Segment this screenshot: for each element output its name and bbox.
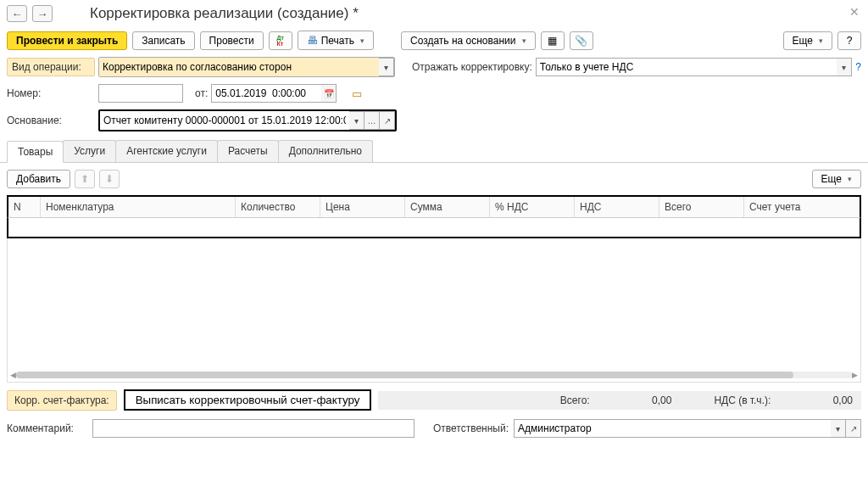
totals-bar: Всего: 0,00 НДС (в т.ч.): 0,00	[378, 391, 861, 410]
attachments-button[interactable]: 📎	[570, 31, 593, 50]
table-header: N Номенклатура Количество Цена Сумма % Н…	[7, 195, 861, 218]
tab-services[interactable]: Услуги	[63, 140, 116, 162]
post-button[interactable]: Провести	[200, 31, 264, 50]
number-input[interactable]	[98, 84, 183, 103]
op-type-dropdown-button[interactable]: ▾	[379, 58, 394, 76]
date-picker-button[interactable]: 📅	[321, 84, 337, 103]
reflect-label: Отражать корректировку:	[412, 61, 532, 73]
col-name: Номенклатура	[41, 197, 236, 217]
structure-icon: ▦	[548, 35, 557, 47]
responsible-open-button[interactable]: ↗	[846, 419, 861, 438]
tab-additional[interactable]: Дополнительно	[278, 140, 373, 162]
total-value: 0,00	[652, 394, 671, 406]
nav-back-button[interactable]: ←	[7, 5, 27, 22]
lock-icon: ▭	[352, 87, 362, 100]
more-button[interactable]: Еще	[783, 31, 832, 50]
comment-input[interactable]	[92, 419, 415, 438]
printer-icon: 🖶	[307, 34, 318, 47]
corr-invoice-label: Корр. счет-фактура:	[7, 390, 117, 411]
reflect-help-link[interactable]: ?	[855, 61, 861, 73]
basis-input[interactable]	[100, 111, 349, 130]
date-input[interactable]	[211, 84, 321, 103]
from-label: от:	[195, 87, 208, 99]
comment-label: Комментарий:	[7, 422, 87, 434]
col-vat: НДС	[575, 197, 659, 217]
print-label: Печать	[321, 35, 354, 47]
op-type-input[interactable]	[99, 58, 379, 76]
write-corr-invoice-button[interactable]: Выписать корректировочный счет-фактуру	[124, 389, 372, 411]
nav-forward-button[interactable]: →	[32, 5, 53, 22]
col-sum: Сумма	[405, 197, 490, 217]
page-title: Корректировка реализации (создание) *	[90, 5, 359, 22]
responsible-input[interactable]	[514, 419, 831, 438]
paperclip-icon: 📎	[575, 35, 587, 47]
table-body[interactable]: ◀ ▶	[7, 238, 861, 383]
col-qty: Количество	[236, 197, 320, 217]
basis-open-button[interactable]: ↗	[380, 111, 395, 130]
debit-credit-button[interactable]: ДтКт	[269, 31, 292, 50]
add-row-button[interactable]: Добавить	[7, 170, 70, 188]
save-button[interactable]: Записать	[132, 31, 194, 50]
close-button[interactable]: ✕	[849, 5, 860, 19]
col-account: Счет учета	[744, 197, 860, 217]
table-body-highlighted[interactable]	[7, 218, 861, 238]
tab-goods[interactable]: Товары	[7, 141, 64, 163]
post-and-close-button[interactable]: Провести и закрыть	[7, 31, 127, 50]
number-label: Номер:	[7, 87, 95, 99]
vat-label: НДС (в т.ч.):	[714, 394, 771, 406]
help-button[interactable]: ?	[837, 31, 861, 50]
tab-calculations[interactable]: Расчеты	[217, 140, 279, 162]
col-total: Всего	[659, 197, 744, 217]
col-price: Цена	[320, 197, 405, 217]
table-more-button[interactable]: Еще	[812, 170, 861, 188]
col-vat-pct: % НДС	[490, 197, 575, 217]
basis-select-button[interactable]: …	[364, 111, 380, 130]
total-label: Всего:	[560, 394, 590, 406]
vat-value: 0,00	[833, 394, 853, 406]
create-based-button[interactable]: Создать на основании	[401, 31, 536, 50]
col-n: N	[8, 197, 41, 217]
reflect-input[interactable]	[536, 58, 837, 76]
horizontal-scrollbar[interactable]: ◀ ▶	[10, 371, 858, 379]
responsible-label: Ответственный:	[433, 422, 509, 434]
op-type-label: Вид операции:	[7, 58, 95, 76]
basis-label: Основание:	[7, 115, 95, 126]
move-down-button[interactable]: ⬇	[99, 170, 120, 188]
move-up-button[interactable]: ⬆	[75, 170, 95, 188]
structure-button[interactable]: ▦	[541, 31, 565, 50]
tab-agent-services[interactable]: Агентские услуги	[115, 140, 218, 162]
reflect-dropdown-button[interactable]: ▾	[837, 58, 852, 76]
print-button[interactable]: 🖶 Печать	[298, 31, 374, 50]
basis-dropdown-button[interactable]: ▾	[349, 111, 364, 130]
dtkt-icon: ДтКт	[276, 35, 283, 47]
responsible-dropdown-button[interactable]: ▾	[831, 419, 846, 438]
tabs: Товары Услуги Агентские услуги Расчеты Д…	[0, 140, 868, 163]
